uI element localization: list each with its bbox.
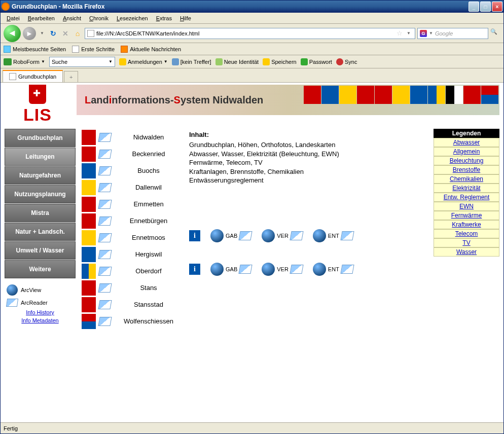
sidebar-arcview[interactable]: ArcView xyxy=(7,283,74,297)
sidebar-button[interactable]: Nutzungsplanung xyxy=(5,185,76,203)
menu-datei[interactable]: Datei xyxy=(3,14,24,22)
menu-chronik[interactable]: Chronik xyxy=(85,14,113,22)
legend-item[interactable]: TV xyxy=(434,238,499,247)
stop-button[interactable]: ✕ xyxy=(60,28,70,39)
link-ver[interactable]: VER xyxy=(262,229,303,242)
legend-item[interactable]: Allgemein xyxy=(434,147,499,156)
reader-icon[interactable] xyxy=(98,200,112,209)
legend-item[interactable]: EWN xyxy=(434,202,499,211)
roboform-anmeldungen[interactable]: Anmeldungen▼ xyxy=(119,58,168,65)
legend-item[interactable]: Chemikalien xyxy=(434,174,499,184)
reader-icon[interactable] xyxy=(98,133,112,142)
municipality-name: Beckenried xyxy=(114,150,183,158)
roboform-sync[interactable]: Sync xyxy=(336,58,357,65)
legend-item[interactable]: Telecom xyxy=(434,229,499,238)
legend-item[interactable]: Elektrizität xyxy=(434,184,499,193)
link-gab[interactable]: GAB xyxy=(210,229,251,242)
crest-icon xyxy=(82,297,96,312)
reader-icon[interactable] xyxy=(98,183,112,192)
reader-icon[interactable] xyxy=(98,300,112,309)
reader-icon[interactable] xyxy=(98,166,112,175)
tab-grundbuchplan[interactable]: Grundbuchplan xyxy=(3,70,63,82)
ennetmoos-links: i GAB VER ENT xyxy=(189,228,427,244)
municipality-row: Beckenried xyxy=(82,146,183,162)
legend-item[interactable]: Kraftwerke xyxy=(434,220,499,229)
sidebar-button[interactable]: Naturgefahren xyxy=(5,166,76,185)
legend-item[interactable]: Wasser xyxy=(434,247,499,257)
crest-icon xyxy=(82,213,96,229)
sidebar-button[interactable]: Weitere xyxy=(5,260,76,278)
search-button[interactable]: 🔍 xyxy=(490,28,500,39)
url-dropdown[interactable]: ▼ xyxy=(405,31,413,35)
sidebar-button[interactable]: Leitungen xyxy=(5,148,76,166)
reader-icon[interactable] xyxy=(98,233,112,242)
new-tab-button[interactable]: + xyxy=(64,71,78,82)
roboform-search[interactable]: Suche ▼ xyxy=(49,57,115,67)
sidebar-button[interactable]: Mistra xyxy=(5,204,76,222)
menu-lesezeichen[interactable]: Lesezeichen xyxy=(113,14,152,22)
crest-icon xyxy=(375,86,392,104)
status-bar: Fertig xyxy=(1,422,503,433)
roboform-kein-treffer[interactable]: [kein Treffer] xyxy=(172,58,211,65)
legend-item[interactable]: Beleuchtung xyxy=(434,156,499,165)
sidebar-button[interactable]: Natur + Landsch. xyxy=(5,223,76,241)
back-button[interactable]: ◄ xyxy=(4,25,21,42)
link-ent[interactable]: ENT xyxy=(313,263,353,276)
legend-item[interactable]: Entw. Reglement xyxy=(434,193,499,202)
municipality-row: Emmetten xyxy=(82,196,183,212)
close-button[interactable]: × xyxy=(492,2,502,12)
legend-item[interactable]: Brenstoffe xyxy=(434,165,499,174)
legend-panel: Legenden AbwasserAllgemeinBeleuchtungBre… xyxy=(434,129,499,257)
reader-icon[interactable] xyxy=(98,216,112,226)
legend-item[interactable]: Fernwärme xyxy=(434,211,499,220)
forward-button[interactable]: ► xyxy=(23,27,36,40)
crest-icon xyxy=(82,147,96,162)
link-gab[interactable]: GAB xyxy=(210,263,251,276)
info-icon[interactable]: i xyxy=(189,230,200,241)
link-ent[interactable]: ENT xyxy=(313,229,353,242)
sidebar-button[interactable]: Grundbuchplan xyxy=(5,129,76,147)
link-info-history[interactable]: Info History xyxy=(7,308,74,316)
bookmark-aktuelle-nachrichten[interactable]: Aktuelle Nachrichten xyxy=(121,46,181,53)
info-icon[interactable]: i xyxy=(189,264,200,275)
reload-button[interactable]: ↻ xyxy=(48,28,58,39)
bookmark-erste-schritte[interactable]: Erste Schritte xyxy=(72,46,115,53)
roboform-label: RoboForm xyxy=(13,59,40,65)
reader-icon xyxy=(239,231,253,240)
maximize-button[interactable]: □ xyxy=(480,2,491,12)
roboform-search-value: Suche xyxy=(52,59,67,65)
bookmark-star-icon[interactable]: ☆ xyxy=(397,29,403,37)
roboform-brand[interactable]: RoboForm ▼ xyxy=(4,58,45,65)
home-button[interactable]: ⌂ xyxy=(73,28,83,39)
reader-icon[interactable] xyxy=(98,150,112,159)
menu-extras[interactable]: Extras xyxy=(152,14,176,22)
search-engine-dropdown[interactable]: ▼ xyxy=(429,31,433,35)
minimize-button[interactable]: _ xyxy=(469,2,479,12)
legend-item[interactable]: Abwasser xyxy=(434,138,499,147)
link-ver[interactable]: VER xyxy=(262,263,303,276)
menu-ansicht[interactable]: Ansicht xyxy=(59,14,85,22)
reader-icon[interactable] xyxy=(98,283,112,293)
rss-icon xyxy=(121,46,128,53)
globe-icon xyxy=(262,229,275,242)
history-dropdown[interactable]: ▼ xyxy=(38,31,46,35)
globe-icon xyxy=(313,263,326,276)
search-placeholder: Google xyxy=(435,30,453,37)
roboform-neue-identitaet[interactable]: Neue Identität xyxy=(215,58,259,65)
menu-bearbeiten[interactable]: Bearbeiten xyxy=(24,14,59,22)
link-info-metadaten[interactable]: Info Metadaten xyxy=(7,316,74,324)
reader-icon[interactable] xyxy=(98,317,112,326)
bookmark-meistbesuchte[interactable]: Meistbesuchte Seiten xyxy=(4,46,66,53)
reader-icon[interactable] xyxy=(98,250,112,259)
sidebar-arcreader[interactable]: ArcReader xyxy=(7,297,74,308)
roboform-speichern[interactable]: Speichern xyxy=(263,58,297,65)
search-box[interactable]: G ▼ Google xyxy=(417,28,488,39)
menu-hilfe[interactable]: Hilfe xyxy=(176,14,195,22)
reader-icon[interactable] xyxy=(98,267,112,276)
sidebar-button[interactable]: Umwelt / Wasser xyxy=(5,241,76,260)
url-bar[interactable]: file:///N:/ArcSDE/KTNW/Karten/index.html… xyxy=(85,28,415,39)
globe-icon xyxy=(7,284,18,296)
reader-icon xyxy=(239,265,253,274)
roboform-passwort[interactable]: Passwort xyxy=(301,58,332,65)
url-text[interactable]: file:///N:/ArcSDE/KTNW/Karten/index.html xyxy=(96,30,394,37)
